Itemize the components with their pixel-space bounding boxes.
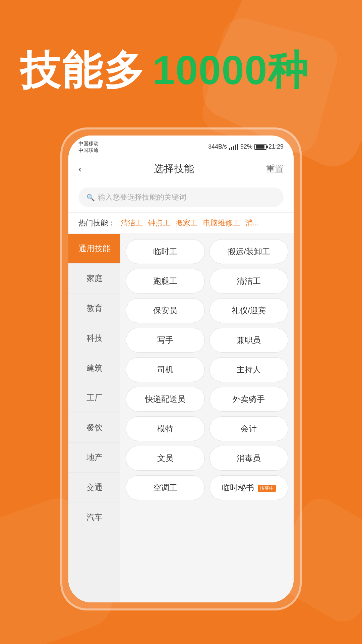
search-bar: 🔍 输入您要选择技能的关键词 — [68, 182, 294, 213]
sidebar-item-education[interactable]: 教育 — [68, 293, 120, 323]
sidebar-item-construction[interactable]: 建筑 — [68, 353, 120, 383]
recruiting-badge: 招募中 — [258, 485, 276, 492]
skill-row-5: 快递配送员 外卖骑手 — [126, 387, 288, 412]
skill-临时工[interactable]: 临时工 — [126, 239, 205, 264]
hot-skill-1[interactable]: 钟点工 — [148, 218, 170, 228]
category-sidebar: 通用技能 家庭 教育 科技 建筑 工厂 餐饮 地产 交通 汽车 — [68, 234, 120, 602]
skill-兼职员[interactable]: 兼职员 — [209, 328, 289, 353]
carrier1: 中国移动 — [78, 140, 99, 147]
skill-row-4: 司机 主持人 — [126, 357, 288, 382]
skill-司机[interactable]: 司机 — [126, 357, 205, 382]
skill-主持人[interactable]: 主持人 — [209, 357, 289, 382]
phone-mockup: 中国移动 中国联通 344B/s 92% — [60, 127, 302, 610]
skill-row-0: 临时工 搬运/装卸工 — [126, 239, 288, 264]
sidebar-item-realestate[interactable]: 地产 — [68, 443, 120, 473]
main-content: 通用技能 家庭 教育 科技 建筑 工厂 餐饮 地产 交通 汽车 临时工 搬运/装… — [68, 234, 294, 602]
header-chinese: 技能多 — [20, 44, 146, 98]
skill-临时秘书[interactable]: 临时秘书 招募中 — [209, 475, 289, 500]
skill-消毒员[interactable]: 消毒员 — [209, 446, 289, 471]
sidebar-item-general[interactable]: 通用技能 — [68, 234, 120, 264]
skill-row-3: 写手 兼职员 — [126, 328, 288, 353]
skill-保安员[interactable]: 保安员 — [126, 298, 205, 323]
skill-清洁工[interactable]: 清洁工 — [209, 269, 289, 293]
skill-外卖骑手[interactable]: 外卖骑手 — [209, 387, 289, 412]
hot-label: 热门技能： — [78, 218, 115, 228]
skill-文员[interactable]: 文员 — [126, 446, 205, 471]
skill-row-2: 保安员 礼仪/迎宾 — [126, 298, 288, 323]
back-button[interactable]: ‹ — [78, 164, 81, 174]
sidebar-item-auto[interactable]: 汽车 — [68, 502, 120, 532]
hot-skills-row: 热门技能： 清洁工 钟点工 搬家工 电脑维修工 消... — [68, 213, 294, 234]
skill-搬运装卸工[interactable]: 搬运/装卸工 — [209, 239, 289, 264]
clock: 21:29 — [268, 143, 284, 150]
skill-row-1: 跑腿工 清洁工 — [126, 269, 288, 293]
search-input-wrap[interactable]: 🔍 输入您要选择技能的关键词 — [78, 187, 284, 207]
skill-grid: 临时工 搬运/装卸工 跑腿工 清洁工 保安员 礼仪/迎宾 写手 兼职员 — [120, 234, 294, 602]
hot-skill-3[interactable]: 电脑维修工 — [203, 218, 240, 228]
skill-空调工[interactable]: 空调工 — [126, 475, 205, 500]
skill-模特[interactable]: 模特 — [126, 416, 205, 441]
hot-skill-0[interactable]: 清洁工 — [121, 218, 143, 228]
skill-写手[interactable]: 写手 — [126, 328, 205, 353]
skill-快递配送员[interactable]: 快递配送员 — [126, 387, 205, 412]
sidebar-item-tech[interactable]: 科技 — [68, 323, 120, 353]
header-number: 10000种 — [153, 44, 309, 98]
hot-skill-4[interactable]: 消... — [245, 218, 259, 228]
battery-percent: 92% — [240, 143, 252, 150]
phone-speaker — [180, 141, 214, 145]
skill-row-8: 空调工 临时秘书 招募中 — [126, 475, 288, 500]
status-right: 344B/s 92% 21:29 — [208, 143, 284, 150]
skill-会计[interactable]: 会计 — [209, 416, 289, 441]
sidebar-item-factory[interactable]: 工厂 — [68, 383, 120, 413]
search-icon: 🔍 — [86, 194, 94, 201]
skill-礼仪迎宾[interactable]: 礼仪/迎宾 — [209, 298, 289, 323]
sidebar-item-food[interactable]: 餐饮 — [68, 413, 120, 443]
signal-icon — [229, 144, 238, 150]
page-title: 选择技能 — [154, 162, 194, 176]
carrier2: 中国联通 — [78, 147, 99, 154]
sidebar-item-family[interactable]: 家庭 — [68, 264, 120, 293]
carrier-info: 中国移动 中国联通 — [78, 140, 99, 153]
nav-bar: ‹ 选择技能 重置 — [68, 156, 294, 182]
header-title: 技能多 10000种 — [20, 44, 309, 98]
sidebar-item-transport[interactable]: 交通 — [68, 473, 120, 502]
hot-skill-2[interactable]: 搬家工 — [176, 218, 198, 228]
battery-icon — [254, 144, 266, 150]
skill-row-6: 模特 会计 — [126, 416, 288, 441]
reset-button[interactable]: 重置 — [266, 163, 284, 175]
skill-跑腿工[interactable]: 跑腿工 — [126, 269, 205, 293]
skill-row-7: 文员 消毒员 — [126, 446, 288, 471]
search-placeholder: 输入您要选择技能的关键词 — [98, 192, 186, 202]
